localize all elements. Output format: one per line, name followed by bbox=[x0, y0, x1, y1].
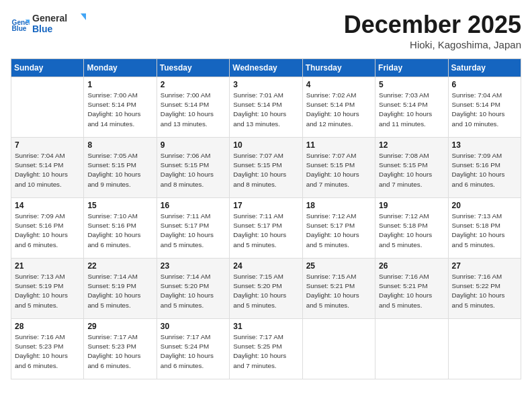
day-number: 22 bbox=[87, 261, 152, 271]
day-number: 7 bbox=[15, 140, 80, 150]
day-info: Sunrise: 7:07 AM Sunset: 5:15 PM Dayligh… bbox=[233, 151, 298, 189]
day-number: 5 bbox=[379, 80, 444, 89]
day-info: Sunrise: 7:17 AM Sunset: 5:25 PM Dayligh… bbox=[233, 332, 298, 371]
calendar-cell: 1Sunrise: 7:00 AM Sunset: 5:14 PM Daylig… bbox=[84, 77, 157, 138]
calendar-cell: 15Sunrise: 7:10 AM Sunset: 5:16 PM Dayli… bbox=[84, 198, 157, 259]
day-info: Sunrise: 7:13 AM Sunset: 5:18 PM Dayligh… bbox=[452, 212, 517, 250]
day-info: Sunrise: 7:14 AM Sunset: 5:20 PM Dayligh… bbox=[161, 272, 226, 310]
day-number: 1 bbox=[87, 80, 152, 89]
day-number: 6 bbox=[452, 80, 517, 89]
calendar-table: SundayMondayTuesdayWednesdayThursdayFrid… bbox=[11, 58, 521, 379]
day-number: 4 bbox=[306, 80, 371, 89]
day-info: Sunrise: 7:09 AM Sunset: 5:16 PM Dayligh… bbox=[15, 212, 80, 250]
day-info: Sunrise: 7:01 AM Sunset: 5:14 PM Dayligh… bbox=[233, 91, 298, 129]
day-number: 12 bbox=[379, 140, 444, 150]
calendar-cell bbox=[448, 319, 521, 379]
title-block: December 2025 Hioki, Kagoshima, Japan bbox=[344, 11, 521, 50]
calendar-cell: 3Sunrise: 7:01 AM Sunset: 5:14 PM Daylig… bbox=[230, 77, 302, 138]
calendar-week-row: 21Sunrise: 7:13 AM Sunset: 5:19 PM Dayli… bbox=[11, 259, 521, 319]
day-number: 14 bbox=[15, 201, 80, 210]
day-number: 13 bbox=[452, 140, 517, 150]
logo-icon: General Blue bbox=[11, 15, 30, 34]
logo: General Blue General Blue bbox=[11, 11, 93, 39]
calendar-cell: 26Sunrise: 7:16 AM Sunset: 5:21 PM Dayli… bbox=[375, 259, 448, 319]
day-number: 28 bbox=[15, 322, 80, 331]
calendar-week-row: 7Sunrise: 7:04 AM Sunset: 5:14 PM Daylig… bbox=[11, 138, 521, 198]
day-number: 30 bbox=[161, 322, 226, 331]
day-info: Sunrise: 7:08 AM Sunset: 5:15 PM Dayligh… bbox=[379, 151, 444, 189]
day-info: Sunrise: 7:15 AM Sunset: 5:20 PM Dayligh… bbox=[233, 272, 298, 310]
day-info: Sunrise: 7:13 AM Sunset: 5:19 PM Dayligh… bbox=[15, 272, 80, 310]
calendar-cell: 9Sunrise: 7:06 AM Sunset: 5:15 PM Daylig… bbox=[157, 138, 229, 198]
day-info: Sunrise: 7:09 AM Sunset: 5:16 PM Dayligh… bbox=[452, 151, 517, 189]
calendar-cell bbox=[11, 77, 84, 138]
svg-text:Blue: Blue bbox=[12, 25, 27, 32]
day-info: Sunrise: 7:12 AM Sunset: 5:17 PM Dayligh… bbox=[306, 212, 371, 250]
day-info: Sunrise: 7:17 AM Sunset: 5:23 PM Dayligh… bbox=[87, 332, 152, 371]
svg-text:General: General bbox=[32, 13, 67, 24]
header-row: SundayMondayTuesdayWednesdayThursdayFrid… bbox=[11, 59, 521, 77]
calendar-cell: 7Sunrise: 7:04 AM Sunset: 5:14 PM Daylig… bbox=[11, 138, 84, 198]
calendar-cell: 27Sunrise: 7:16 AM Sunset: 5:22 PM Dayli… bbox=[448, 259, 521, 319]
day-number: 29 bbox=[87, 322, 152, 331]
day-info: Sunrise: 7:15 AM Sunset: 5:21 PM Dayligh… bbox=[306, 272, 371, 310]
day-number: 23 bbox=[161, 261, 226, 271]
day-info: Sunrise: 7:07 AM Sunset: 5:15 PM Dayligh… bbox=[306, 151, 371, 189]
day-info: Sunrise: 7:04 AM Sunset: 5:14 PM Dayligh… bbox=[15, 151, 80, 189]
svg-marker-5 bbox=[81, 13, 86, 20]
day-info: Sunrise: 7:16 AM Sunset: 5:22 PM Dayligh… bbox=[452, 272, 517, 310]
day-info: Sunrise: 7:05 AM Sunset: 5:15 PM Dayligh… bbox=[87, 151, 152, 189]
day-info: Sunrise: 7:00 AM Sunset: 5:14 PM Dayligh… bbox=[87, 91, 152, 129]
page-header: General Blue General Blue December 2025 … bbox=[11, 11, 521, 50]
weekday-header: Monday bbox=[84, 59, 157, 77]
day-number: 24 bbox=[233, 261, 298, 271]
calendar-cell: 24Sunrise: 7:15 AM Sunset: 5:20 PM Dayli… bbox=[230, 259, 302, 319]
calendar-cell: 12Sunrise: 7:08 AM Sunset: 5:15 PM Dayli… bbox=[375, 138, 448, 198]
calendar-cell: 31Sunrise: 7:17 AM Sunset: 5:25 PM Dayli… bbox=[230, 319, 302, 379]
calendar-cell: 20Sunrise: 7:13 AM Sunset: 5:18 PM Dayli… bbox=[448, 198, 521, 259]
calendar-cell: 5Sunrise: 7:03 AM Sunset: 5:14 PM Daylig… bbox=[375, 77, 448, 138]
day-number: 16 bbox=[161, 201, 226, 210]
weekday-header: Thursday bbox=[302, 59, 375, 77]
calendar-cell: 18Sunrise: 7:12 AM Sunset: 5:17 PM Dayli… bbox=[302, 198, 375, 259]
day-number: 10 bbox=[233, 140, 298, 150]
logo-text: General Blue bbox=[32, 11, 93, 39]
calendar-cell bbox=[375, 319, 448, 379]
calendar-cell: 10Sunrise: 7:07 AM Sunset: 5:15 PM Dayli… bbox=[230, 138, 302, 198]
calendar-cell: 30Sunrise: 7:17 AM Sunset: 5:24 PM Dayli… bbox=[157, 319, 229, 379]
calendar-cell: 25Sunrise: 7:15 AM Sunset: 5:21 PM Dayli… bbox=[302, 259, 375, 319]
calendar-cell: 6Sunrise: 7:04 AM Sunset: 5:14 PM Daylig… bbox=[448, 77, 521, 138]
location: Hioki, Kagoshima, Japan bbox=[344, 39, 521, 50]
day-info: Sunrise: 7:02 AM Sunset: 5:14 PM Dayligh… bbox=[306, 91, 371, 129]
weekday-header: Friday bbox=[375, 59, 448, 77]
day-info: Sunrise: 7:16 AM Sunset: 5:21 PM Dayligh… bbox=[379, 272, 444, 310]
day-number: 25 bbox=[306, 261, 371, 271]
calendar-cell: 17Sunrise: 7:11 AM Sunset: 5:17 PM Dayli… bbox=[230, 198, 302, 259]
weekday-header: Sunday bbox=[11, 59, 84, 77]
calendar-cell: 19Sunrise: 7:12 AM Sunset: 5:18 PM Dayli… bbox=[375, 198, 448, 259]
calendar-cell: 16Sunrise: 7:11 AM Sunset: 5:17 PM Dayli… bbox=[157, 198, 229, 259]
day-info: Sunrise: 7:12 AM Sunset: 5:18 PM Dayligh… bbox=[379, 212, 444, 250]
day-number: 19 bbox=[379, 201, 444, 210]
calendar-cell: 14Sunrise: 7:09 AM Sunset: 5:16 PM Dayli… bbox=[11, 198, 84, 259]
calendar-cell: 2Sunrise: 7:00 AM Sunset: 5:14 PM Daylig… bbox=[157, 77, 229, 138]
day-info: Sunrise: 7:14 AM Sunset: 5:19 PM Dayligh… bbox=[87, 272, 152, 310]
day-number: 8 bbox=[87, 140, 152, 150]
day-number: 31 bbox=[233, 322, 298, 331]
calendar-cell bbox=[302, 319, 375, 379]
weekday-header: Wednesday bbox=[230, 59, 302, 77]
day-info: Sunrise: 7:11 AM Sunset: 5:17 PM Dayligh… bbox=[233, 212, 298, 250]
calendar-cell: 22Sunrise: 7:14 AM Sunset: 5:19 PM Dayli… bbox=[84, 259, 157, 319]
month-title: December 2025 bbox=[344, 11, 521, 39]
day-info: Sunrise: 7:04 AM Sunset: 5:14 PM Dayligh… bbox=[452, 91, 517, 129]
day-number: 15 bbox=[87, 201, 152, 210]
day-number: 17 bbox=[233, 201, 298, 210]
calendar-week-row: 14Sunrise: 7:09 AM Sunset: 5:16 PM Dayli… bbox=[11, 198, 521, 259]
calendar-cell: 28Sunrise: 7:16 AM Sunset: 5:23 PM Dayli… bbox=[11, 319, 84, 379]
weekday-header: Saturday bbox=[448, 59, 521, 77]
calendar-cell: 11Sunrise: 7:07 AM Sunset: 5:15 PM Dayli… bbox=[302, 138, 375, 198]
calendar-week-row: 28Sunrise: 7:16 AM Sunset: 5:23 PM Dayli… bbox=[11, 319, 521, 379]
weekday-header: Tuesday bbox=[157, 59, 229, 77]
day-info: Sunrise: 7:03 AM Sunset: 5:14 PM Dayligh… bbox=[379, 91, 444, 129]
calendar-cell: 13Sunrise: 7:09 AM Sunset: 5:16 PM Dayli… bbox=[448, 138, 521, 198]
